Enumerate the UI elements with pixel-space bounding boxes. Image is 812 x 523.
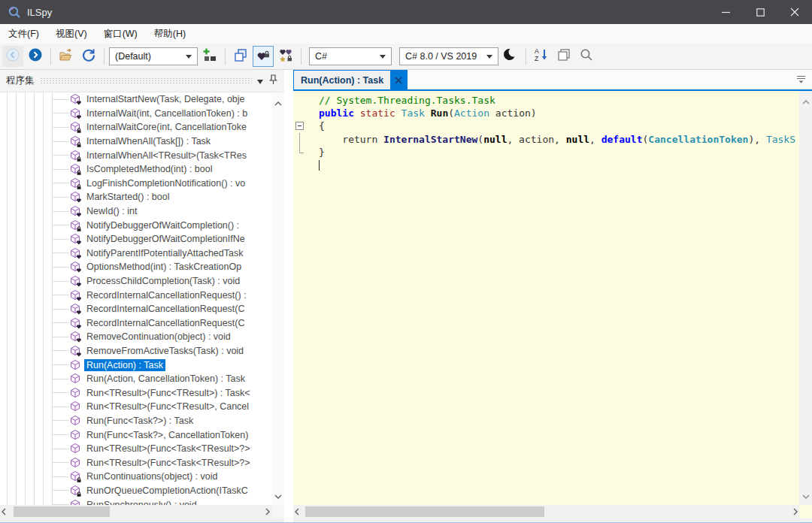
collapse-tree-button[interactable] <box>553 46 574 67</box>
tree-item[interactable]: NotifyDebuggerOfWaitCompletionIfNe <box>0 232 271 246</box>
tree-item[interactable]: Run(Func<Task?>) : Task <box>0 414 271 428</box>
tree-item[interactable]: InternalStartNew(Task, Delegate, obje <box>0 92 271 107</box>
method-tree: InternalStartNew(Task, Delegate, objeInt… <box>0 92 271 505</box>
tree-item[interactable]: Run(Action) : Task <box>0 358 271 372</box>
assemblies-pane: 程序集 InternalStartNew(Task, Delegate, obj… <box>0 70 284 523</box>
show-all-members-button[interactable] <box>275 46 296 67</box>
sort-assemblies-button[interactable]: AZ <box>531 46 552 67</box>
tree-item[interactable]: Run(Action, CancellationToken) : Task <box>0 372 271 386</box>
menu-view[interactable]: 视图(V) <box>47 24 95 44</box>
scroll-left-icon[interactable] <box>2 505 6 518</box>
tree-horizontal-scrollbar[interactable] <box>0 505 271 518</box>
method-private-icon <box>69 121 81 133</box>
tree-item[interactable]: NotifyDebuggerOfWaitCompletion() : <box>0 218 271 232</box>
forward-icon <box>28 47 43 65</box>
tree-item[interactable]: Run<TResult>(Func<TResult>) : Task< <box>0 385 271 400</box>
scroll-right-icon[interactable] <box>793 505 798 518</box>
code-token: InternalStartNew <box>383 134 477 145</box>
menu-window[interactable]: 窗口(W) <box>95 24 146 44</box>
back-icon <box>5 47 20 65</box>
tree-item[interactable]: Run(Func<Task?>, CancellationToken) <box>0 428 271 442</box>
open-file-button[interactable] <box>56 46 77 67</box>
tree-item[interactable]: RecordInternalCancellationRequest() : <box>0 288 271 302</box>
pane-splitter[interactable] <box>284 70 293 523</box>
fold-guide-end <box>299 146 304 153</box>
maximize-button[interactable] <box>743 0 777 24</box>
code-token: } <box>319 147 325 158</box>
code-editor[interactable]: // System.Threading.Tasks.Taskpublic sta… <box>293 91 799 505</box>
scroll-down-icon[interactable] <box>274 488 282 502</box>
tree-item[interactable]: Run<TResult>(Func<Task<TResult>?> <box>0 442 271 456</box>
tree-item[interactable]: MarkStarted() : bool <box>0 190 271 204</box>
scroll-right-icon[interactable] <box>265 505 270 518</box>
search-button[interactable] <box>576 46 597 67</box>
fold-margin <box>293 159 310 171</box>
method-internal-icon <box>69 191 81 203</box>
tab-run-action-task[interactable]: Run(Action) : Task <box>293 70 408 89</box>
add-assembly-button[interactable] <box>199 46 220 67</box>
tree-item[interactable]: InternalWhenAll(Task[]) : Task <box>0 135 271 149</box>
code-token: { <box>319 120 325 132</box>
theme-toggle-button[interactable] <box>500 46 521 67</box>
scroll-left-icon[interactable] <box>295 505 299 518</box>
fold-collapse-icon[interactable] <box>295 122 304 130</box>
bottom-strip <box>293 518 812 523</box>
tree-item[interactable]: RunContinuations(object) : void <box>0 470 271 484</box>
tree-connector-line <box>53 364 69 365</box>
scroll-down-icon[interactable] <box>802 488 810 502</box>
tree-item[interactable]: NewId() : int <box>0 204 271 219</box>
language-combobox[interactable]: C# <box>309 47 392 65</box>
tab-close-button[interactable] <box>390 71 407 90</box>
close-button[interactable] <box>777 0 812 24</box>
code-hscroll-thumb[interactable] <box>305 506 544 517</box>
code-horizontal-scrollbar[interactable] <box>293 505 799 518</box>
tree-item[interactable]: Run<TResult>(Func<Task<TResult>?> <box>0 455 271 470</box>
fold-margin[interactable] <box>293 119 310 132</box>
sort-assemblies-icon: AZ <box>534 47 549 65</box>
method-private-icon <box>69 150 81 162</box>
tree-item[interactable]: RemoveFromActiveTasks(Task) : void <box>0 344 271 358</box>
tree-item[interactable]: NotifyParentIfPotentiallyAttachedTask <box>0 246 271 261</box>
method-internal-icon <box>69 233 81 245</box>
document-list-icon[interactable] <box>796 73 806 86</box>
tree-item[interactable]: ProcessChildCompletion(Task) : void <box>0 274 271 289</box>
menu-file[interactable]: 文件(F) <box>0 24 47 44</box>
scroll-up-icon[interactable] <box>802 94 810 107</box>
tree-hscroll-thumb[interactable] <box>14 506 110 517</box>
menu-help[interactable]: 帮助(H) <box>146 24 194 44</box>
tree-vertical-scrollbar[interactable] <box>271 92 284 505</box>
tree-item[interactable]: InternalWhenAll<TResult>(Task<TRes <box>0 148 271 162</box>
method-public-icon <box>69 387 81 399</box>
tree-item[interactable]: InternalWait(int, CancellationToken) : b <box>0 107 271 121</box>
code-token: default <box>601 134 643 145</box>
open-new-panel-button[interactable] <box>230 46 251 67</box>
tree-item[interactable]: OptionsMethod(int) : TaskCreationOp <box>0 260 271 274</box>
back-button[interactable] <box>2 46 23 67</box>
tree-item[interactable]: Run<TResult>(Func<TResult>, Cancel <box>0 400 271 414</box>
pin-icon[interactable] <box>268 74 278 87</box>
assembly-list-combobox[interactable]: (Default) <box>109 47 198 65</box>
show-internal-members-toggle[interactable] <box>253 46 274 67</box>
show-all-members-icon <box>278 47 293 65</box>
compiler-version-combobox[interactable]: C# 8.0 / VS 2019 <box>399 47 498 65</box>
tree-connector-line <box>53 462 69 463</box>
code-line <box>293 159 799 171</box>
dropdown-arrow-icon[interactable] <box>257 80 263 87</box>
tree-item[interactable]: InternalWaitCore(int, CancellationToke <box>0 120 271 135</box>
tree-item[interactable]: RunSynchronously() : void <box>0 497 271 505</box>
tree-item[interactable]: RecordInternalCancellationRequest(C <box>0 316 271 331</box>
refresh-button[interactable] <box>78 46 99 67</box>
code-token: ( <box>477 134 483 145</box>
tree-connector-line <box>53 434 69 435</box>
code-vertical-scrollbar[interactable] <box>799 91 812 505</box>
tree-item[interactable]: RunOrQueueCompletionAction(ITaskC <box>0 484 271 498</box>
code-token: , <box>589 134 601 145</box>
minimize-button[interactable] <box>708 0 743 24</box>
tree-item[interactable]: IsCompletedMethod(int) : bool <box>0 162 271 177</box>
tree-item[interactable]: LogFinishCompletionNotification() : vo <box>0 177 271 191</box>
tree-item[interactable]: RecordInternalCancellationRequest(C <box>0 302 271 316</box>
scroll-up-icon[interactable] <box>274 95 282 109</box>
tree-item[interactable]: RemoveContinuation(object) : void <box>0 330 271 344</box>
code-token: null <box>566 134 589 145</box>
forward-button[interactable] <box>25 46 46 67</box>
